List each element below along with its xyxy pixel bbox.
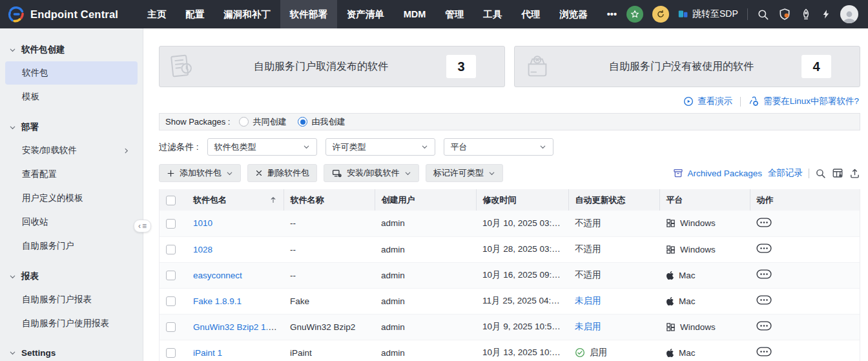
- apple-icon: [666, 296, 674, 306]
- windows-icon: [666, 322, 676, 332]
- action-menu-icon: [756, 347, 772, 356]
- column-header[interactable]: 自动更新状态: [568, 189, 659, 211]
- package-name-link[interactable]: 1028: [193, 245, 212, 254]
- show-packages-radio-group: 共同创建由我创建: [239, 116, 345, 128]
- user-avatar[interactable]: [840, 5, 858, 23]
- filter-dropdown[interactable]: 许可类型: [326, 138, 435, 156]
- jump-to-sdp-link[interactable]: 跳转至SDP: [678, 8, 738, 20]
- search-icon[interactable]: [815, 168, 826, 179]
- filter-dropdown[interactable]: 软件包类型: [207, 138, 317, 156]
- sidebar-section-header[interactable]: 部署: [0, 116, 143, 138]
- nav-item[interactable]: 主页: [138, 0, 176, 28]
- row-checkbox[interactable]: [166, 348, 176, 358]
- sidebar-item[interactable]: 自助服务门户: [5, 234, 138, 258]
- sidebar-item[interactable]: 回收站: [5, 211, 138, 234]
- show-packages-radio[interactable]: 共同创建: [239, 116, 286, 128]
- status-text: 不适用: [575, 244, 601, 254]
- nav-item[interactable]: 工具: [473, 0, 512, 28]
- archived-packages-link[interactable]: Archived Packages: [673, 168, 762, 178]
- view-demo-link[interactable]: 查看演示: [683, 96, 732, 107]
- package-name-link[interactable]: easyconnect: [193, 271, 242, 280]
- sidebar-item[interactable]: 自助服务门户使用报表: [5, 312, 138, 335]
- filter-dropdown[interactable]: 平台: [444, 138, 553, 156]
- toolbar-button[interactable]: 标记许可类型: [426, 164, 503, 182]
- show-packages-radio[interactable]: 由我创建: [298, 116, 345, 128]
- chevron-down-icon: [9, 124, 16, 131]
- sidebar-item[interactable]: 自助服务门户报表: [5, 288, 138, 311]
- check-circle-icon: [575, 347, 585, 358]
- package-name-link[interactable]: 1010: [193, 218, 212, 228]
- column-header[interactable]: 修改时间: [476, 189, 568, 211]
- all-records-link[interactable]: 全部记录: [768, 167, 803, 179]
- nav-item[interactable]: 软件部署: [280, 0, 337, 28]
- status-link[interactable]: 未启用: [575, 296, 601, 305]
- rocket-icon[interactable]: [800, 8, 812, 20]
- row-actions-button[interactable]: [756, 269, 772, 279]
- row-actions-button[interactable]: [756, 321, 772, 331]
- platform-cell: Windows: [666, 218, 743, 228]
- sidebar-item[interactable]: 用户定义的模板: [5, 187, 138, 210]
- package-name-link[interactable]: Fake 1.8.9.1: [193, 296, 242, 306]
- row-actions-button[interactable]: [756, 218, 772, 227]
- row-checkbox[interactable]: [166, 219, 176, 229]
- column-settings-icon[interactable]: [832, 167, 843, 179]
- search-icon[interactable]: [757, 8, 769, 21]
- sidebar-item[interactable]: 软件包: [5, 61, 138, 85]
- license-refresh-icon[interactable]: [652, 6, 669, 23]
- row-actions-button[interactable]: [756, 243, 772, 253]
- table-toolbar: 添加软件包删除软件包安装/卸载软件标记许可类型 Archived Package…: [159, 164, 860, 182]
- column-header[interactable]: 软件包名: [187, 189, 284, 211]
- card-unpublished-software[interactable]: 自助服务门户取消发布的软件 3: [159, 46, 505, 87]
- select-all-checkbox[interactable]: [166, 196, 176, 205]
- sidebar-item[interactable]: 查看配置: [5, 163, 138, 186]
- sidebar-section-header[interactable]: 软件包创建: [0, 39, 143, 61]
- nav-item[interactable]: •••: [597, 0, 626, 28]
- row-actions-button[interactable]: [756, 295, 772, 305]
- sidebar-item[interactable]: 模板: [5, 85, 138, 108]
- package-name-link[interactable]: iPaint 1: [193, 348, 222, 358]
- chevron-down-icon: [9, 46, 16, 54]
- divider: [740, 97, 741, 107]
- nav-item[interactable]: 漏洞和补丁: [214, 0, 280, 28]
- sidebar-collapse-icon[interactable]: ‹≡: [134, 220, 151, 232]
- linux-deploy-link[interactable]: 需要在Linux中部署软件?: [749, 96, 859, 107]
- brand[interactable]: Endpoint Central: [8, 6, 118, 23]
- table-row: iPaint 1iPaintadmin10月 13, 2025 10:24 ..…: [160, 340, 860, 361]
- nav-item[interactable]: 资产清单: [337, 0, 394, 28]
- nav-item[interactable]: 代理: [512, 0, 550, 28]
- nav-item[interactable]: 配置: [176, 0, 214, 28]
- toolbar-button[interactable]: 安装/卸载软件: [324, 164, 419, 182]
- row-checkbox[interactable]: [166, 322, 176, 332]
- security-shield-icon[interactable]: [778, 8, 791, 21]
- toolbar-button[interactable]: 添加软件包: [159, 164, 241, 182]
- column-header[interactable]: 平台: [659, 189, 750, 211]
- table-body: 1010--admin10月 10, 2025 03:45 ...不适用Wind…: [160, 211, 860, 361]
- card-label: 自助服务门户取消发布的软件: [254, 60, 388, 74]
- package-name-link[interactable]: GnuWin32 Bzip2 1.0.5: [193, 322, 280, 332]
- status-text: 不适用: [575, 218, 601, 228]
- row-checkbox[interactable]: [166, 296, 176, 306]
- column-header[interactable]: 创建用户: [375, 189, 476, 211]
- column-header[interactable]: 软件名称: [284, 189, 375, 211]
- show-packages-bar: Show Packages : 共同创建由我创建: [159, 113, 860, 130]
- sidebar-section-header[interactable]: 报表: [0, 265, 143, 287]
- card-count: 3: [446, 55, 476, 78]
- row-actions-button[interactable]: [756, 347, 772, 356]
- toolbar-button[interactable]: 删除软件包: [247, 164, 317, 182]
- row-checkbox[interactable]: [166, 271, 176, 280]
- status-link[interactable]: 未启用: [575, 322, 601, 331]
- export-icon[interactable]: [849, 168, 860, 179]
- card-unused-software[interactable]: 自助服务门户没有被使用的软件 4: [514, 46, 860, 87]
- row-checkbox[interactable]: [166, 245, 176, 254]
- sidebar-item[interactable]: 安装/卸载软件: [5, 139, 138, 162]
- nav-item[interactable]: 管理: [435, 0, 473, 28]
- windows-icon: [666, 245, 676, 254]
- nav-item[interactable]: MDM: [394, 0, 436, 28]
- favorites-star-icon[interactable]: [626, 6, 643, 23]
- sidebar-section-header[interactable]: Settings: [0, 343, 143, 361]
- divider: [747, 8, 748, 20]
- flash-icon[interactable]: [821, 8, 831, 20]
- column-header[interactable]: 动作: [750, 189, 860, 211]
- nav-item[interactable]: 浏览器: [550, 0, 597, 28]
- platform-cell: Mac: [666, 271, 743, 280]
